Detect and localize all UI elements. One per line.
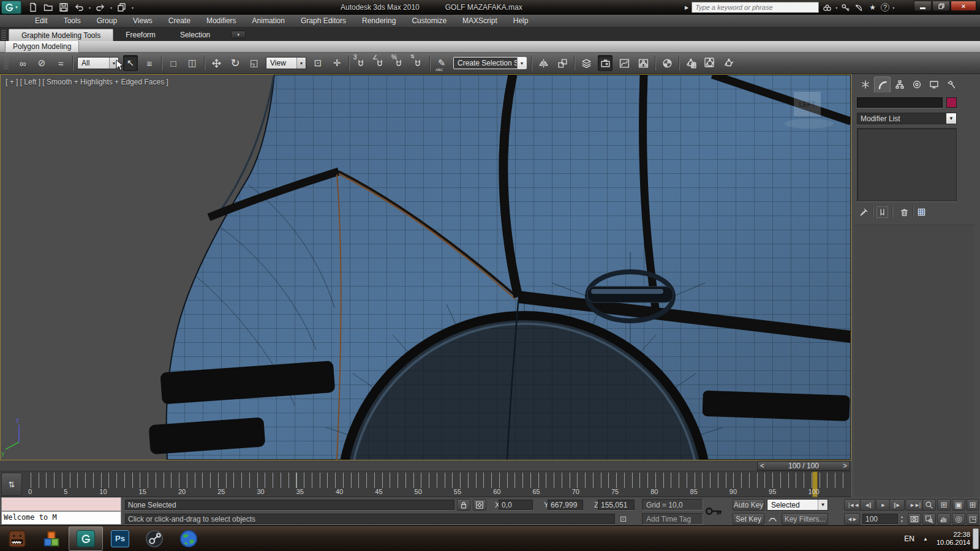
- show-desktop-button[interactable]: [973, 528, 979, 549]
- favorites-star-icon[interactable]: ★: [867, 2, 878, 13]
- add-time-tag[interactable]: Add Time Tag: [642, 513, 703, 525]
- rectangular-selection-region-icon[interactable]: □: [166, 55, 181, 71]
- go-to-end-button[interactable]: ►►|: [905, 499, 924, 511]
- arc-rotate-icon[interactable]: ◎: [952, 513, 965, 525]
- taskbar-clock[interactable]: 22:38 10.06.2014: [937, 531, 970, 547]
- save-file-icon[interactable]: [58, 1, 69, 13]
- curve-editor-icon[interactable]: [617, 55, 631, 71]
- next-frame-button[interactable]: ||►: [889, 499, 905, 511]
- key-mode-toggle-icon[interactable]: ◄►: [844, 513, 860, 525]
- tab-modify-icon[interactable]: [874, 77, 891, 92]
- open-file-icon[interactable]: [43, 1, 54, 13]
- time-configuration-icon[interactable]: [908, 513, 921, 525]
- redo-icon[interactable]: [95, 1, 106, 13]
- set-key-button[interactable]: Set Key: [733, 513, 764, 525]
- undo-icon[interactable]: [74, 1, 85, 13]
- language-indicator[interactable]: EN: [904, 534, 914, 543]
- tray-expand-icon[interactable]: ▲: [923, 536, 928, 542]
- menu-item-customize[interactable]: Customize: [404, 15, 454, 26]
- object-name-field[interactable]: [857, 97, 943, 108]
- select-and-move-icon[interactable]: [209, 55, 224, 71]
- track-bar[interactable]: 0510152025303540455055606570758085909510…: [0, 471, 851, 497]
- tab-graphite-modeling-tools[interactable]: Graphite Modeling Tools: [9, 29, 113, 41]
- menu-item-views[interactable]: Views: [125, 15, 160, 26]
- taskbar-app-3dsmax[interactable]: [69, 527, 103, 551]
- zoom-region-icon[interactable]: [922, 513, 936, 525]
- close-button[interactable]: ×: [951, 1, 976, 11]
- zoom-all-icon[interactable]: ⊞: [937, 499, 951, 511]
- spinner-snap-toggle-icon[interactable]: ⇅: [410, 55, 425, 71]
- zoom-icon[interactable]: [922, 499, 936, 511]
- tab-motion-icon[interactable]: [908, 77, 925, 92]
- edit-named-selection-sets-icon[interactable]: ✎ ABC: [434, 55, 449, 71]
- coord-z-field[interactable]: 155,051: [598, 500, 635, 510]
- select-by-name-icon[interactable]: ≡: [142, 55, 157, 71]
- mirror-icon[interactable]: [536, 55, 551, 71]
- restore-button[interactable]: [932, 1, 950, 11]
- time-slider-prev-icon[interactable]: <: [760, 462, 764, 470]
- unlink-selection-icon[interactable]: ⊘: [34, 55, 49, 71]
- window-crossing-toggle-icon[interactable]: ◫: [185, 55, 200, 71]
- ribbon-grip-handle[interactable]: [1, 30, 6, 40]
- menu-item-group[interactable]: Group: [89, 15, 125, 26]
- ribbon-minimize-button[interactable]: ▼: [231, 31, 246, 39]
- material-editor-icon[interactable]: [660, 55, 674, 71]
- maximize-viewport-toggle-icon[interactable]: ◳: [967, 513, 979, 525]
- infocenter-search-input[interactable]: [692, 2, 819, 13]
- infocenter-collapse-icon[interactable]: ▶: [685, 5, 688, 10]
- modifier-list-dropdown[interactable]: Modifier List ▼: [857, 113, 957, 124]
- use-pivot-point-center-icon[interactable]: ⊡: [311, 55, 325, 71]
- quick-access-customize-caret-icon[interactable]: ▾: [132, 6, 134, 10]
- pan-hand-icon[interactable]: [937, 513, 951, 525]
- play-button[interactable]: ►: [876, 499, 890, 511]
- open-mini-curve-editor-button[interactable]: ⇅: [1, 473, 22, 496]
- bind-to-space-warp-icon[interactable]: ≈: [53, 55, 68, 71]
- taskbar-app-photoshop[interactable]: Ps: [103, 527, 137, 551]
- viewcube-ghost[interactable]: LEFT: [794, 92, 821, 116]
- start-button[interactable]: [0, 527, 34, 551]
- toolbar-grip-handle[interactable]: [4, 56, 9, 69]
- time-slider-handle[interactable]: < 100 / 100 >: [757, 461, 850, 471]
- select-and-rotate-icon[interactable]: ↻: [228, 55, 243, 71]
- pin-stack-icon[interactable]: [859, 208, 869, 217]
- render-setup-icon[interactable]: [684, 55, 698, 71]
- project-folder-icon[interactable]: [116, 1, 127, 13]
- render-production-icon[interactable]: [722, 55, 736, 71]
- show-end-result-icon[interactable]: [876, 206, 888, 218]
- select-object-button[interactable]: ↖: [123, 55, 138, 71]
- key-filters-button[interactable]: Key Filters...: [782, 513, 828, 525]
- configure-modifier-sets-icon[interactable]: [917, 208, 926, 217]
- default-tangents-icon[interactable]: [768, 514, 777, 523]
- spinner-down-icon[interactable]: ▼: [900, 519, 903, 523]
- object-color-swatch[interactable]: [946, 97, 957, 108]
- application-menu-button[interactable]: ▼: [1, 1, 21, 14]
- menu-item-help[interactable]: Help: [505, 15, 537, 26]
- coord-y-field[interactable]: 667,999: [548, 500, 583, 510]
- layer-manager-icon[interactable]: [579, 55, 594, 71]
- coord-x-field[interactable]: 0,0: [499, 500, 533, 510]
- toggle-ribbon-icon[interactable]: [598, 55, 612, 71]
- absolute-offset-mode-icon[interactable]: [473, 499, 486, 511]
- selection-lock-icon[interactable]: [457, 499, 470, 511]
- viewport-label[interactable]: [ + ] [ Left ] [ Smooth + Highlights + E…: [6, 78, 168, 86]
- tab-create-icon[interactable]: [857, 77, 873, 92]
- search-options-caret-icon[interactable]: ▾: [835, 6, 837, 10]
- selection-filter-dropdown[interactable]: All ▼: [77, 57, 119, 69]
- remove-modifier-icon[interactable]: [900, 208, 909, 217]
- panel-tab-polygon-modeling[interactable]: Polygon Modeling: [5, 41, 79, 53]
- named-selection-sets-dropdown[interactable]: Create Selection Se ▼: [453, 57, 527, 69]
- select-and-scale-icon[interactable]: ◱: [247, 55, 262, 71]
- menu-item-tools[interactable]: Tools: [56, 15, 89, 26]
- help-icon[interactable]: ?: [881, 3, 889, 12]
- viewport-left[interactable]: LEFT z y [ + ] [ Left ] [ Smooth + Highl…: [0, 74, 851, 460]
- auto-key-button[interactable]: Auto Key: [733, 499, 764, 511]
- tab-hierarchy-icon[interactable]: [891, 77, 908, 92]
- menu-item-create[interactable]: Create: [160, 15, 198, 26]
- track-bar-ticks[interactable]: [31, 473, 850, 488]
- time-slider-track[interactable]: < 100 / 100 >: [0, 460, 851, 471]
- angle-snap-toggle-icon[interactable]: ∠: [372, 55, 387, 71]
- prompt-dialog-icon[interactable]: ⊡: [620, 514, 627, 523]
- tab-freeform[interactable]: Freeform: [113, 29, 168, 41]
- modifier-stack-list[interactable]: [857, 128, 957, 201]
- key-mode-dropdown[interactable]: Selected ▼: [767, 499, 828, 511]
